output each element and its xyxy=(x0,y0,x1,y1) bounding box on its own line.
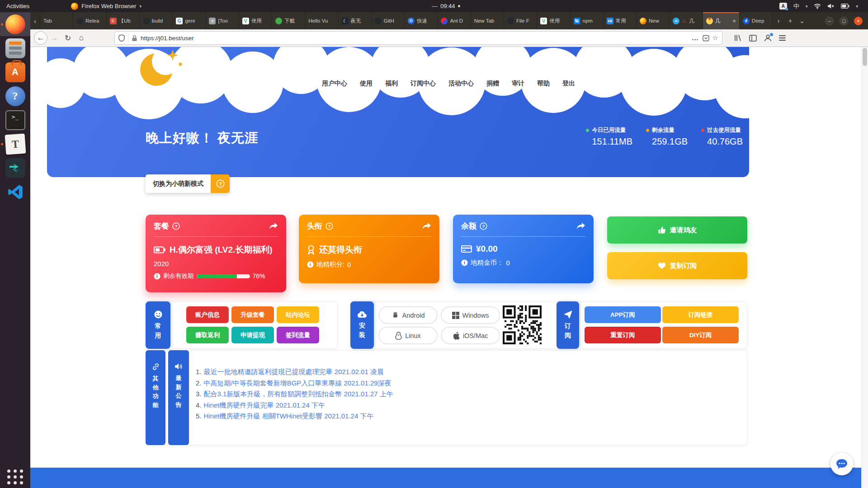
browser-tab[interactable]: V使用 xyxy=(537,12,570,29)
platform-button-apple[interactable]: iOS/Mac xyxy=(441,327,500,344)
scroll-tabs-left-button[interactable]: ‹ xyxy=(30,12,40,29)
copy-subscription-button[interactable]: 复制订阅 xyxy=(607,252,747,279)
quick-button[interactable]: 站内论坛 xyxy=(277,306,319,323)
browser-tab[interactable]: Ant D xyxy=(438,12,471,29)
browser-tab[interactable]: D快速 xyxy=(405,12,438,29)
browser-tab[interactable]: build xyxy=(140,12,173,29)
question-circle-icon[interactable]: ? xyxy=(172,222,180,230)
subscribe-tab[interactable]: 订阅 xyxy=(557,301,579,349)
browser-tab[interactable]: New Tab xyxy=(471,12,504,29)
announcement-link[interactable]: 最近一批地精邀請返利提現已提現處理完畢 2021.02.01 凌晨 xyxy=(204,368,384,375)
url-bar[interactable]: https://j01.best/user … ☆ xyxy=(114,31,722,45)
new-tab-button[interactable]: + xyxy=(784,12,796,29)
list-tabs-button[interactable]: ⌄ xyxy=(796,12,808,29)
library-icon[interactable] xyxy=(734,34,742,42)
platform-button-linux[interactable]: Linux xyxy=(378,327,438,344)
quick-button[interactable]: 申请提现 xyxy=(231,327,274,343)
browser-tab[interactable]: ➤♨几 xyxy=(670,12,703,29)
nav-link[interactable]: 活动中心 xyxy=(448,80,474,88)
platform-button-android[interactable]: Android xyxy=(378,306,438,324)
scroll-tabs-right-button[interactable]: › xyxy=(773,12,784,29)
dock-item-files[interactable] xyxy=(0,36,30,60)
reload-button[interactable]: ↻ xyxy=(61,31,75,45)
dock-item-vscode[interactable] xyxy=(0,180,30,204)
url-text[interactable]: https://j01.best/user xyxy=(141,35,689,42)
menu-icon[interactable] xyxy=(779,35,786,41)
invite-friends-button[interactable]: 邀请鸡友 xyxy=(607,216,747,244)
share-icon[interactable] xyxy=(422,222,431,230)
dock-item-firefox[interactable] xyxy=(0,12,30,36)
system-tray[interactable]: A 中 ▾ ▾ xyxy=(779,0,858,12)
chat-widget-button[interactable] xyxy=(830,453,853,475)
show-applications-button[interactable] xyxy=(0,469,30,484)
share-icon[interactable] xyxy=(576,222,585,230)
mode-toggle-button[interactable]: 切换为小萌新模式 ? xyxy=(146,174,230,193)
forward-button[interactable]: → xyxy=(47,31,61,45)
platform-button-windows[interactable]: Windows xyxy=(441,306,500,324)
close-button[interactable]: × xyxy=(854,17,863,25)
scrollbar-thumb[interactable] xyxy=(863,48,867,66)
browser-tab[interactable]: dDeep xyxy=(740,12,773,29)
activities-button[interactable]: Activities xyxy=(0,3,36,9)
dock-item-dev-arrows[interactable] xyxy=(0,156,30,180)
browser-tab[interactable]: New xyxy=(637,12,670,29)
minimize-button[interactable]: – xyxy=(825,17,834,25)
nav-link[interactable]: 审计 xyxy=(512,80,524,88)
nav-link[interactable]: 福利 xyxy=(385,80,398,88)
browser-tab[interactable]: EB常用 xyxy=(604,12,637,29)
browser-tab[interactable]: C【Ub xyxy=(107,12,140,29)
dock-item-ubuntu-software[interactable]: A xyxy=(0,60,30,84)
nav-link[interactable]: 登出 xyxy=(562,80,575,88)
lock-icon[interactable] xyxy=(132,35,137,42)
nav-link[interactable]: 帮助 xyxy=(537,80,550,88)
browser-tab[interactable]: Tab xyxy=(40,12,73,29)
announcement-link[interactable]: 配合3.1新版本升級，所有餘額調整到抵扣金幣 2021.01.27 上午 xyxy=(204,390,393,398)
nav-link[interactable]: 使用 xyxy=(360,80,373,88)
nav-link[interactable]: 订阅中心 xyxy=(410,80,436,88)
announcement-link[interactable]: Hinet機房硬件升級 相關TWHinet受影響 2021.01.24 下午 xyxy=(204,412,374,420)
quick-tab[interactable]: 常用 xyxy=(146,301,170,349)
subscribe-button[interactable]: 订阅链接 xyxy=(662,306,739,323)
quick-button[interactable]: 赚取返利 xyxy=(186,327,229,343)
share-icon[interactable] xyxy=(269,222,278,230)
browser-tab[interactable]: Hello Vu xyxy=(305,12,338,29)
other-features-tab[interactable]: 其他功能 xyxy=(146,350,165,445)
quick-button[interactable]: 升级套餐 xyxy=(231,306,274,323)
app-menu[interactable]: Firefox Web Browser ▾ xyxy=(71,3,142,10)
save-to-pocket-icon[interactable] xyxy=(703,35,709,42)
quick-button[interactable]: 签到流量 xyxy=(277,327,319,343)
browser-tab[interactable]: Relea xyxy=(73,12,106,29)
dock-item-help[interactable]: ? xyxy=(0,84,30,108)
dock-item-terminal[interactable]: >_ xyxy=(0,108,30,132)
browser-tab[interactable]: GitH xyxy=(372,12,405,29)
browser-tab[interactable]: ☾夜无 xyxy=(339,12,372,29)
sidebar-icon[interactable] xyxy=(749,35,757,42)
back-button[interactable]: ← xyxy=(34,31,47,45)
browser-tab[interactable]: V使用 xyxy=(239,12,272,29)
question-circle-icon[interactable]: ? xyxy=(480,222,487,230)
browser-tab[interactable]: Ggenr xyxy=(173,12,206,29)
subscribe-button[interactable]: 重置订阅 xyxy=(585,327,661,343)
mode-toggle-help[interactable]: ? xyxy=(211,174,230,193)
page-actions-button[interactable]: … xyxy=(692,34,699,42)
announcement-link[interactable]: Hinet機房硬件升級完畢 2021.01.24 下午 xyxy=(204,401,325,409)
browser-tab[interactable]: File F xyxy=(504,12,537,29)
account-icon[interactable] xyxy=(764,34,772,42)
install-tab[interactable]: 安装 xyxy=(350,301,374,349)
browser-tab[interactable]: ≡[Too xyxy=(206,12,239,29)
nav-link[interactable]: 捐赠 xyxy=(486,80,499,88)
tab-close-icon[interactable]: × xyxy=(732,18,736,24)
question-circle-icon[interactable]: ? xyxy=(326,222,333,230)
clock[interactable]: — 09:44 xyxy=(432,3,460,9)
shield-icon[interactable] xyxy=(118,34,125,42)
announcement-link[interactable]: 中高短期/中等長期套餐新增BGP入口華東專線 2021.01.29深夜 xyxy=(204,379,392,387)
maximize-button[interactable]: ◻ xyxy=(840,17,848,25)
subscribe-button[interactable]: APP订阅 xyxy=(585,306,661,323)
quick-button[interactable]: 账户信息 xyxy=(186,306,229,323)
home-button[interactable]: ⌂ xyxy=(75,31,88,45)
browser-tab[interactable]: 知npm xyxy=(571,12,604,29)
browser-tab[interactable]: 几× xyxy=(703,12,740,29)
browser-tab[interactable]: 下載 xyxy=(272,12,305,29)
dock-item-text-editor[interactable]: T xyxy=(0,132,30,156)
latest-news-tab[interactable]: 最新公告 xyxy=(168,350,189,445)
